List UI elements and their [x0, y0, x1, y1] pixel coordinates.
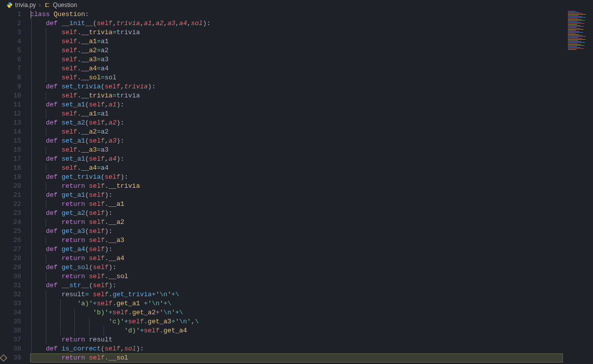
code-line[interactable]: def set_a1(self,a1): — [30, 100, 563, 109]
code-line[interactable]: return self.__sol — [30, 353, 563, 362]
class-symbol-icon — [44, 2, 51, 9]
line-number: 22 — [0, 200, 21, 209]
line-number: 37 — [0, 335, 21, 344]
code-line[interactable]: self.__a1=a1 — [30, 109, 563, 118]
code-line[interactable]: def set_a2(self,a2): — [30, 118, 563, 128]
breadcrumb-symbol[interactable]: Question — [53, 1, 77, 10]
code-line[interactable]: self.__a4=a4 — [30, 164, 563, 173]
breadcrumb-file[interactable]: trivia.py — [15, 1, 36, 10]
python-file-icon — [6, 2, 13, 9]
code-line[interactable]: return self.__a1 — [30, 200, 563, 209]
line-number: 26 — [0, 236, 21, 245]
line-number: 7 — [0, 64, 21, 73]
line-number: 4 — [0, 37, 21, 46]
code-line[interactable]: return self.__a2 — [30, 218, 563, 227]
line-number: 20 — [0, 182, 21, 191]
line-number: 28 — [0, 254, 21, 263]
code-line[interactable]: def __init__(self,trivia,a1,a2,a3,a4,sol… — [30, 19, 563, 28]
code-line[interactable]: result= self.get_trivia+'\n'+\ — [30, 290, 563, 299]
code-line[interactable]: def set_a1(self,a3): — [30, 137, 563, 146]
code-line[interactable]: 'b)'+self.get_a2+'\n'+\ — [30, 308, 563, 317]
code-line[interactable]: def get_a4(self): — [30, 245, 563, 254]
breadcrumb[interactable]: trivia.py › Question — [0, 0, 593, 10]
code-line[interactable]: self.__sol=sol — [30, 73, 563, 82]
code-line[interactable]: def get_sol(self): — [30, 263, 563, 272]
line-number: 32 — [0, 290, 21, 299]
line-number: 33 — [0, 299, 21, 308]
line-number: 13 — [0, 118, 21, 128]
text-cursor — [31, 11, 31, 19]
code-line[interactable]: def get_a1(self): — [30, 191, 563, 200]
code-line[interactable]: self.__a3=a3 — [30, 55, 563, 64]
line-number: 35 — [0, 317, 21, 326]
line-number: 8 — [0, 73, 21, 82]
code-line[interactable]: return result — [30, 335, 563, 344]
line-number: 5 — [0, 46, 21, 55]
line-number: 19 — [0, 173, 21, 182]
code-line[interactable]: def __str__(self): — [30, 281, 563, 290]
line-number: 24 — [0, 218, 21, 227]
line-number: 1 — [0, 10, 21, 19]
line-number: 10 — [0, 91, 21, 100]
line-number: 21 — [0, 191, 21, 200]
line-number: 34 — [0, 308, 21, 317]
code-line[interactable]: class Question: — [30, 10, 563, 19]
line-number: 15 — [0, 137, 21, 146]
line-number: 12 — [0, 109, 21, 118]
code-line[interactable]: def get_a2(self): — [30, 209, 563, 218]
code-line[interactable]: self.__a2=a2 — [30, 46, 563, 55]
line-number: 11 — [0, 100, 21, 109]
code-line[interactable]: self.__a2=a2 — [30, 128, 563, 137]
line-number: 17 — [0, 155, 21, 164]
line-number: 27 — [0, 245, 21, 254]
chevron-right-icon: › — [39, 1, 41, 10]
code-content[interactable]: class Question: def __init__(self,trivia… — [30, 10, 563, 362]
code-line[interactable]: return self.__sol — [30, 272, 563, 281]
minimap[interactable] — [568, 11, 589, 51]
code-editor[interactable]: 1234567891011121314151617181920212223242… — [0, 10, 593, 364]
code-line[interactable]: return self.__a4 — [30, 254, 563, 263]
code-line[interactable]: self.__a4=a4 — [30, 64, 563, 73]
line-number: 18 — [0, 164, 21, 173]
code-line[interactable]: self.__a3=a3 — [30, 146, 563, 155]
code-line[interactable]: 'c)'+self.get_a3+'\n',\ — [30, 317, 563, 326]
line-number: 25 — [0, 227, 21, 236]
line-number: 29 — [0, 263, 21, 272]
code-line[interactable]: 'd)'+self.get_a4 — [30, 326, 563, 335]
code-line[interactable]: def get_trivia(self): — [30, 173, 563, 182]
code-line[interactable]: def set_trivia(self,trivia): — [30, 82, 563, 91]
code-line[interactable]: self.__trivia=trivia — [30, 91, 563, 100]
line-number: 2 — [0, 19, 21, 28]
code-line[interactable]: return self.__a3 — [30, 236, 563, 245]
line-number: 31 — [0, 281, 21, 290]
code-line[interactable]: 'a)'+self.get_a1 +'\n'+\ — [30, 299, 563, 308]
code-line[interactable]: self.__trivia=trivia — [30, 28, 563, 37]
line-number: 36 — [0, 326, 21, 335]
code-line[interactable]: def is_correct(self,sol): — [30, 344, 563, 353]
line-number: 38 — [0, 344, 21, 353]
code-line[interactable]: def get_a3(self): — [30, 227, 563, 236]
code-line[interactable]: return self.__trivia — [30, 182, 563, 191]
line-number: 30 — [0, 272, 21, 281]
line-number: 16 — [0, 146, 21, 155]
line-number: 3 — [0, 28, 21, 37]
line-number: 9 — [0, 82, 21, 91]
code-line[interactable]: self.__a1=a1 — [30, 37, 563, 46]
line-number: 14 — [0, 128, 21, 137]
code-line[interactable]: def set_a1(self,a4): — [30, 155, 563, 164]
line-number: 23 — [0, 209, 21, 218]
line-number: 6 — [0, 55, 21, 64]
line-number-gutter: 1234567891011121314151617181920212223242… — [0, 10, 30, 364]
